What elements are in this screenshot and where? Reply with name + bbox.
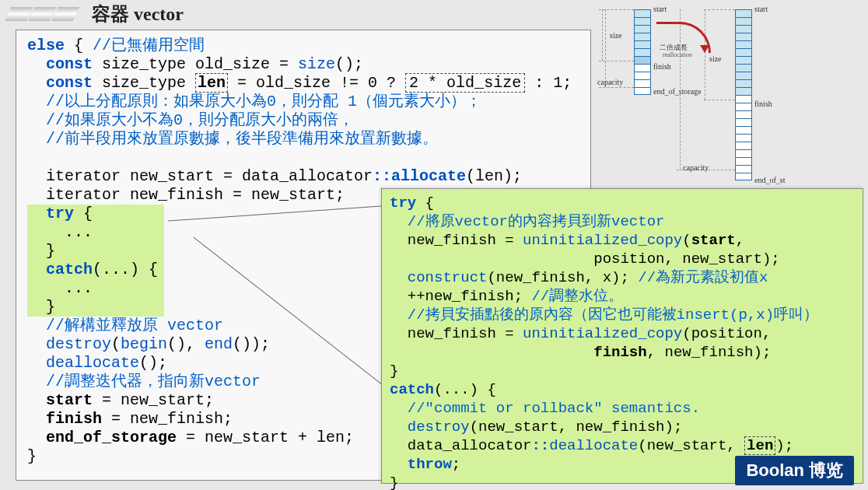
title-decor — [8, 7, 76, 21]
lbl-start: start — [653, 5, 667, 13]
logo-cn: 博览 — [809, 459, 843, 482]
memory-diagram: start size capacity finish end_of_storag… — [599, 0, 867, 191]
logo-en: Boolan — [746, 460, 804, 481]
slide-title: 容器 vector — [92, 2, 184, 26]
vector-before — [634, 9, 651, 95]
lbl-eos: end_of_storage — [653, 87, 702, 96]
lbl-capacity: capacity — [597, 78, 623, 86]
try-block-highlight: try { ... } catch(...) { ... } — [27, 205, 164, 317]
lbl-size-2: size — [709, 54, 722, 63]
brand-logo: Boolan 博览 — [735, 456, 854, 485]
right-code-panel: try { //將原vector的內容拷貝到新vector new_finish… — [381, 188, 863, 484]
lbl-finish: finish — [653, 62, 671, 71]
lbl-size: size — [610, 31, 622, 40]
lbl-capacity-2: capacity — [683, 163, 709, 172]
title-en: vector — [134, 4, 184, 24]
lbl-realloc-en: reallocation — [663, 51, 692, 58]
lbl-eos-2: end_of_st — [754, 176, 785, 184]
lbl-finish-2: finish — [754, 100, 772, 108]
lbl-start-2: start — [754, 5, 768, 13]
reallocation-arrow-head — [700, 45, 709, 53]
vector-after — [735, 9, 752, 180]
title-cn: 容器 — [92, 4, 134, 24]
code-right: try { //將原vector的內容拷貝到新vector new_finish… — [390, 194, 855, 490]
